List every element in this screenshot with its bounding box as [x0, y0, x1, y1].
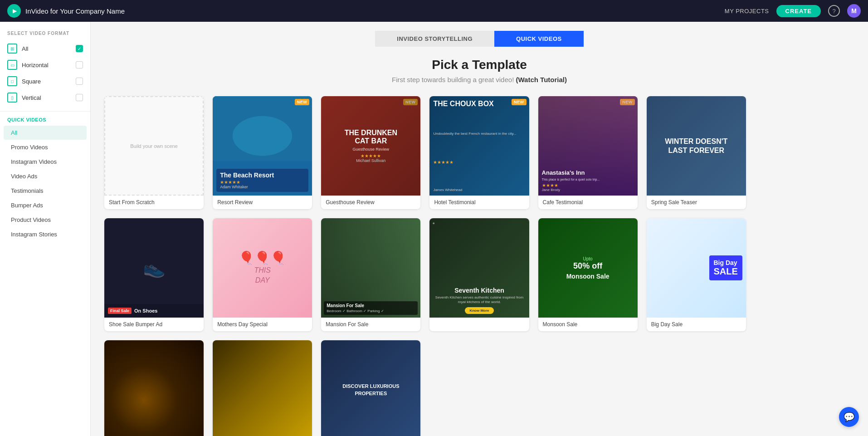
format-square-icon: □ [7, 76, 17, 86]
format-item-square[interactable]: □ Square [0, 73, 90, 89]
beach-title: The Beach Resort [220, 171, 305, 179]
mothers-content: 🎈🎈🎈 THISDAY [239, 250, 286, 286]
topnav-left: InVideo for Your Company Name [7, 4, 125, 18]
chat-button[interactable]: 💬 [839, 407, 859, 427]
format-horizontal-label: Horizontal [22, 62, 71, 69]
create-button[interactable]: CREATE [776, 5, 821, 17]
bigday-badge: Big DaySALE [709, 255, 742, 280]
template-card-mothers[interactable]: 🎈🎈🎈 THISDAY Mothers Day Special [213, 218, 312, 331]
shoe-badge: Final Sale [108, 308, 132, 314]
help-button[interactable]: ? [828, 5, 840, 17]
template-card-scratch[interactable]: Build your own scene Start From Scratch [104, 96, 204, 209]
template-thumb-cafe: NEW Anastasia's Inn This place is perfec… [538, 96, 638, 196]
logo-play-icon [7, 4, 21, 18]
mothers-text: THISDAY [239, 265, 286, 286]
sidebar-item-promo[interactable]: Promo Videos [4, 140, 87, 154]
my-projects-link[interactable]: MY PROJECTS [725, 8, 769, 15]
sidebar-item-video-ads[interactable]: Video Ads [4, 169, 87, 183]
new-badge-beach: NEW [295, 99, 310, 105]
hotel-author: James Whitehead [433, 188, 525, 192]
cat-title: THE DRUNKENCAT BAR [345, 129, 397, 145]
template-grid-row1: Build your own scene Start From Scratch … [104, 96, 854, 209]
template-card-cafe[interactable]: NEW Anastasia's Inn This place is perfec… [538, 96, 638, 209]
template-card-monsoon[interactable]: Upto 50% off Monsoon Sale Monsoon Sale [538, 218, 638, 331]
template-thumb-shoes: 👟 Final Sale On Shoes [104, 218, 204, 318]
hotel-stars: ★★★★★ [433, 160, 525, 165]
cat-subtitle: Guesthouse Review [345, 147, 397, 152]
template-card-spring[interactable]: WINTER DOESN'TLAST FOREVER Spring Sale T… [647, 96, 746, 209]
template-thumb-bigday: Big DaySALE 70% OFF [647, 218, 746, 318]
template-card-shoes[interactable]: 👟 Final Sale On Shoes Shoe Sale Bumper A… [104, 218, 204, 331]
template-thumb-kitchen: ● Seventh Kitchen Seventh Kitchen serves… [429, 218, 529, 318]
template-title-bigday: Big Day Sale [647, 318, 746, 331]
kitchen-title: Seventh Kitchen [454, 287, 504, 294]
cat-content: THE DRUNKENCAT BAR Guesthouse Review ★★★… [345, 129, 397, 162]
template-title-scratch: Start From Scratch [104, 196, 204, 209]
shoe-bottom: Final Sale On Shoes [104, 304, 204, 318]
format-vertical-checkbox[interactable] [76, 94, 83, 101]
shoe-text: On Shoes [134, 308, 157, 314]
hotel-review: Undoubtedly the best French restaurant i… [433, 132, 525, 136]
template-card-bigday[interactable]: Big DaySALE 70% OFF Big Day Sale [647, 218, 746, 331]
template-card-kitchen[interactable]: ● Seventh Kitchen Seventh Kitchen serves… [429, 218, 529, 331]
sidebar-item-product[interactable]: Product Videos [4, 213, 87, 227]
template-thumb-monsoon: Upto 50% off Monsoon Sale [538, 218, 638, 318]
template-title-hotel: Hotel Testimonial [429, 196, 529, 209]
template-title-mothers: Mothers Day Special [213, 318, 312, 331]
format-vertical-icon: ▯ [7, 93, 17, 103]
monsoon-content: Upto 50% off Monsoon Sale [566, 256, 610, 280]
app-title: InVideo for Your Company Name [25, 7, 125, 15]
cafe-author: Jane Brody [542, 188, 634, 192]
page-title-section: Pick a Template First step towards build… [104, 58, 854, 83]
monsoon-upto: Upto [566, 256, 610, 261]
template-card-hotel[interactable]: NEW THE CHOUX BOX Undoubtedly the best F… [429, 96, 529, 209]
format-item-vertical[interactable]: ▯ Vertical [0, 89, 90, 106]
template-title-beach: Resort Review [213, 196, 312, 209]
template-thumb-cat: NEW THE DRUNKENCAT BAR Guesthouse Review… [321, 96, 420, 196]
sidebar-item-instagram[interactable]: Instagram Videos [4, 155, 87, 169]
format-square-checkbox[interactable] [76, 78, 83, 85]
template-thumb-spring: WINTER DOESN'TLAST FOREVER [647, 96, 746, 196]
template-thumb-scratch: Build your own scene [104, 96, 204, 196]
monsoon-title: Monsoon Sale [566, 273, 610, 280]
watch-tutorial-link[interactable]: (Watch Tutorial) [516, 76, 567, 83]
sidebar-item-testimonials[interactable]: Testimonials [4, 184, 87, 198]
mansion-card: Mansion For Sale Bedroom ✓ Bathroom ✓ Pa… [324, 301, 418, 315]
cafe-review: This place is perfect for a quiet solo t… [542, 177, 634, 181]
sidebar: SELECT VIDEO FORMAT ⊞ All ✓ ▭ Horizontal… [0, 22, 91, 436]
format-vertical-label: Vertical [22, 94, 71, 101]
kitchen-cta: Know More [465, 307, 493, 314]
sidebar-item-instagram-stories[interactable]: Instagram Stories [4, 227, 87, 241]
format-item-all[interactable]: ⊞ All ✓ [0, 40, 90, 57]
template-title-cafe: Cafe Testimonial [538, 196, 638, 209]
format-all-checkbox[interactable]: ✓ [76, 45, 83, 52]
layout: SELECT VIDEO FORMAT ⊞ All ✓ ▭ Horizontal… [0, 22, 868, 436]
monsoon-discount: 50% off [566, 261, 610, 271]
sidebar-item-all[interactable]: All [4, 126, 87, 140]
template-title-kitchen [429, 318, 529, 325]
format-item-horizontal[interactable]: ▭ Horizontal [0, 57, 90, 73]
template-card-discover[interactable]: DISCOVER LUXURIOUSPROPERTIES [321, 340, 420, 436]
bigday-content: Big DaySALE 70% OFF [709, 255, 742, 280]
template-card-cat[interactable]: NEW THE DRUNKENCAT BAR Guesthouse Review… [321, 96, 420, 209]
topnav-right: MY PROJECTS CREATE ? M [725, 4, 861, 18]
template-grid-row2: 👟 Final Sale On Shoes Shoe Sale Bumper A… [104, 218, 854, 331]
mansion-title: Mansion For Sale [327, 303, 415, 308]
tab-quickvideos[interactable]: QUICK VIDEOS [494, 31, 584, 47]
cat-author: Michael Sullivan [345, 158, 397, 163]
bigday-sale-text: SALE [714, 266, 738, 276]
template-card-gold[interactable] [213, 340, 312, 436]
template-card-mansion[interactable]: Mansion For Sale Bedroom ✓ Bathroom ✓ Pa… [321, 218, 420, 331]
cafe-stars: ★★★★ [542, 183, 634, 188]
avatar[interactable]: M [847, 4, 861, 18]
topnav: InVideo for Your Company Name MY PROJECT… [0, 0, 868, 22]
template-thumb-bokeh [104, 340, 204, 436]
mothers-balloons: 🎈🎈🎈 [239, 250, 286, 265]
template-card-bokeh[interactable] [104, 340, 204, 436]
format-horizontal-checkbox[interactable] [76, 61, 83, 69]
template-card-beach[interactable]: NEW The Beach Resort ★★★★★ Adam Whitaker… [213, 96, 312, 209]
sidebar-item-bumper[interactable]: Bumper Ads [4, 198, 87, 212]
tab-storytelling[interactable]: INVIDEO STORYTELLING [375, 31, 494, 47]
new-badge-hotel: NEW [512, 99, 527, 105]
cafe-name: Anastasia's Inn [542, 169, 634, 176]
